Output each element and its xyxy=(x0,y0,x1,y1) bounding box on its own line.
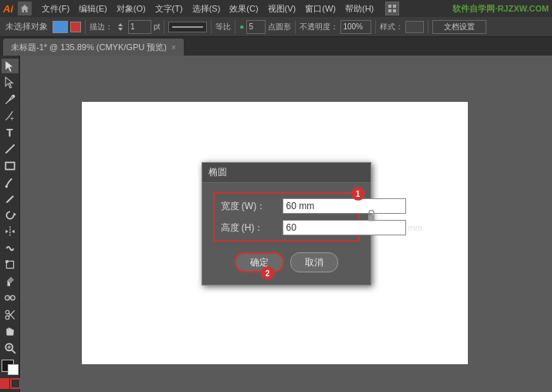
stroke-label: 描边： xyxy=(90,22,113,32)
confirm-button[interactable]: 确定 xyxy=(235,252,284,272)
dot-count-input[interactable] xyxy=(246,20,266,34)
height-label: 高度 (H)： xyxy=(221,221,283,235)
warp-tool-button[interactable] xyxy=(2,241,19,255)
doc-settings-button[interactable]: 文档设置 xyxy=(432,20,486,34)
divider-6 xyxy=(375,20,376,34)
svg-rect-19 xyxy=(5,261,8,263)
svg-rect-37 xyxy=(368,215,374,221)
tab-close-button[interactable]: × xyxy=(171,43,176,52)
opacity-label: 不透明度： xyxy=(300,22,338,32)
eyedropper-tool-button[interactable] xyxy=(2,274,19,289)
divider-3 xyxy=(211,20,212,34)
rectangle-tool-button[interactable] xyxy=(2,158,19,173)
menu-view[interactable]: 视图(V) xyxy=(264,2,300,16)
width-label: 宽度 (W)： xyxy=(221,200,283,213)
menu-edit[interactable]: 编辑(E) xyxy=(75,2,111,16)
hand-tool-button[interactable] xyxy=(2,324,19,339)
svg-marker-6 xyxy=(118,28,123,31)
direct-select-tool-button[interactable] xyxy=(2,75,19,90)
menu-bar: Ai 文件(F) 编辑(E) 对象(O) 文字(T) 选择(S) 效果(C) 视… xyxy=(0,0,552,17)
pencil-tool-button[interactable] xyxy=(2,191,19,206)
dimension-fields-group: 宽度 (W)： 高度 (H)： mm 1 xyxy=(213,192,360,242)
left-toolbar: + T xyxy=(0,56,20,392)
background-color[interactable] xyxy=(8,364,19,375)
type-tool-button[interactable]: T xyxy=(2,125,19,140)
width-input[interactable] xyxy=(283,198,406,214)
menu-select[interactable]: 选择(S) xyxy=(188,2,225,16)
svg-point-13 xyxy=(5,185,7,188)
svg-marker-8 xyxy=(5,77,12,88)
arrange-icon[interactable] xyxy=(385,2,399,15)
line-tool-button[interactable] xyxy=(2,141,19,156)
height-unit: mm xyxy=(408,223,422,232)
opacity-input[interactable] xyxy=(340,20,371,34)
tab-title: 未标题-1* @ 135.89% (CMYK/GPU 预览) xyxy=(11,42,167,53)
svg-rect-3 xyxy=(388,9,391,12)
zoom-tool-button[interactable] xyxy=(2,340,19,355)
stroke-up-down-icon[interactable] xyxy=(115,22,126,32)
color-selector[interactable] xyxy=(2,360,19,374)
divider-4 xyxy=(235,20,235,34)
dialog-overlay: 椭圆 宽度 (W)： 高度 (H)： mm xyxy=(20,56,552,392)
svg-point-9 xyxy=(12,94,14,96)
fill-color-swatch[interactable] xyxy=(52,21,68,33)
equal-label: 等比 xyxy=(215,22,231,32)
menu-window[interactable]: 窗口(W) xyxy=(301,2,340,16)
divider-1 xyxy=(85,20,86,34)
control-toolbar: 未选择对象 描边： pt 等比 ● 点圆形 不透明度： 样式： 文档设置 xyxy=(0,17,552,37)
canvas-area: 椭圆 宽度 (W)： 高度 (H)： mm xyxy=(20,56,552,392)
dialog-buttons-row: 确定 取消 2 xyxy=(213,249,360,275)
reflect-tool-button[interactable] xyxy=(2,225,19,239)
select-tool-button[interactable] xyxy=(2,59,19,73)
svg-rect-32 xyxy=(12,329,13,333)
stroke-indicator[interactable] xyxy=(10,378,21,389)
svg-rect-2 xyxy=(393,5,396,8)
dimension-fields: 宽度 (W)： 高度 (H)： mm 1 xyxy=(213,192,360,242)
step-badge-2: 2 xyxy=(261,266,275,280)
svg-marker-14 xyxy=(13,213,15,217)
free-transform-tool-button[interactable] xyxy=(2,258,19,272)
blend-tool-button[interactable] xyxy=(2,291,19,306)
svg-line-34 xyxy=(12,350,15,353)
dialog-content: 宽度 (W)： 高度 (H)： mm 1 xyxy=(202,183,371,285)
svg-marker-0 xyxy=(21,5,29,12)
style-label: 样式： xyxy=(380,22,403,32)
stroke-color-swatch[interactable] xyxy=(70,22,81,32)
height-input[interactable] xyxy=(283,220,406,235)
document-tab[interactable]: 未标题-1* @ 135.89% (CMYK/GPU 预览) × xyxy=(3,39,184,56)
lock-icon[interactable] xyxy=(366,210,377,225)
height-field-row: 高度 (H)： mm xyxy=(221,220,352,235)
pen-tool-button[interactable] xyxy=(2,92,19,106)
svg-text:+: + xyxy=(10,115,14,122)
stroke-unit: pt xyxy=(154,22,160,31)
stroke-width-input[interactable] xyxy=(128,20,151,34)
divider-5 xyxy=(295,20,296,34)
line-style-swatch[interactable] xyxy=(168,22,207,32)
svg-rect-12 xyxy=(5,162,14,169)
svg-marker-5 xyxy=(118,23,123,26)
fill-indicator[interactable] xyxy=(0,378,9,389)
divider-7 xyxy=(428,20,428,34)
dialog-title: 椭圆 xyxy=(202,163,371,183)
scissors-tool-button[interactable] xyxy=(2,307,19,322)
svg-rect-31 xyxy=(10,329,12,333)
svg-marker-7 xyxy=(5,61,12,72)
add-anchor-tool-button[interactable]: + xyxy=(2,108,19,123)
width-field-row: 宽度 (W)： xyxy=(221,198,352,214)
app-logo: Ai xyxy=(3,3,13,15)
unselected-label: 未选择对象 xyxy=(3,21,50,32)
watermark: 软件自学网·RJZXW.COM xyxy=(452,3,549,15)
menu-type[interactable]: 文字(T) xyxy=(151,2,187,16)
menu-help[interactable]: 帮助(H) xyxy=(341,2,378,16)
home-icon[interactable] xyxy=(18,2,32,15)
svg-rect-1 xyxy=(388,5,391,8)
style-swatch[interactable] xyxy=(405,21,424,33)
menu-file[interactable]: 文件(F) xyxy=(38,2,73,16)
menu-object[interactable]: 对象(O) xyxy=(113,2,150,16)
menu-effect[interactable]: 效果(C) xyxy=(225,2,262,16)
rotate-tool-button[interactable] xyxy=(2,208,19,222)
cancel-button[interactable]: 取消 xyxy=(290,252,338,272)
paintbrush-tool-button[interactable] xyxy=(2,174,19,189)
svg-marker-17 xyxy=(12,230,14,234)
svg-rect-30 xyxy=(6,329,8,333)
